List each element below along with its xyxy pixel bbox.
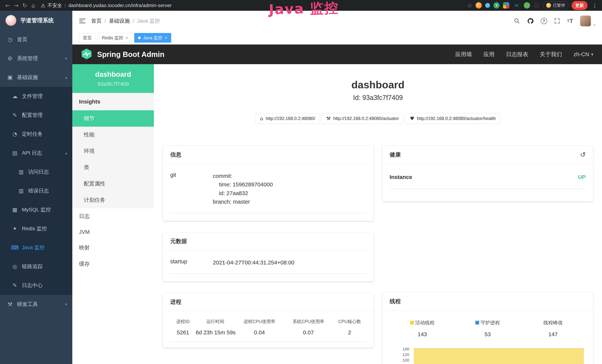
legend-label: 守护进程 [481,320,500,326]
sidebar-item-label: Java 监控 [22,244,45,251]
sidebar-item-files[interactable]: ☁ 文件管理 [0,87,72,106]
reload-icon[interactable]: ↻ [20,2,29,9]
metric-value: 5261 [170,329,196,336]
sba-menu-details[interactable]: 细节 [72,110,154,127]
extension-icon-leaf[interactable] [524,2,530,9]
breadcrumb-infra[interactable]: 基础设施 [109,17,130,24]
sidebar-item-infra[interactable]: ▣ 基础设施 ▴ [0,68,72,87]
avatar-caret-icon[interactable]: ▾ [593,23,595,27]
sba-nav-wallboard[interactable]: 应用墙 [455,51,472,58]
metric-label: 进程CPU使用率 [235,319,284,324]
sba-menu-configprops[interactable]: 配置属性 [72,176,154,192]
sidebar-item-home[interactable]: ◷ 首页 [0,30,72,49]
admin-sidebar: 芋道管理系统 ◷ 首页 ⚙ 系统管理 ▾ ▣ 基础设施 ▴ ☁ 文件管理 ✎ 配… [0,11,72,364]
sidebar-item-error-log[interactable]: ▥ 错误日志 [0,181,72,200]
sidebar-item-label: 研发工具 [17,301,38,308]
sba-menu-jvm[interactable]: JVM [72,225,154,240]
actuator-url-button[interactable]: ⚒ http://192.168.0.2:48080/actuator [322,113,403,124]
sba-nav-journal[interactable]: 日志报表 [506,51,528,58]
breadcrumb-home[interactable]: 首页 [91,17,102,24]
extension-icon-drop[interactable] [485,3,490,8]
process-metrics: 进程ID 5261 运行时间 6d 23h 15m 59s 进程CPU使用率 [170,313,366,342]
health-url-button[interactable]: ♥ http://192.168.0.2:48080/actuator/heal… [405,113,500,124]
paused-badge[interactable]: 已暂停 [543,1,568,9]
tab-home[interactable]: 首页 [79,33,96,43]
extension-icon-dark[interactable] [533,2,540,9]
threads-card: 线程 活动线程 143 [382,292,593,364]
health-card: 健康 ↺ Instance UP [382,146,593,201]
cards-right-column: 健康 ↺ Instance UP [382,146,593,364]
sba-menu-mappings[interactable]: 映射 [72,240,154,256]
sba-menu-metrics[interactable]: 性能 [72,127,154,143]
browser-toolbar-right: ☆ Y on 已暂停 更新 ⋮ [467,1,599,10]
sba-menu-caches[interactable]: 缓存 [72,256,154,272]
sidebar-item-java-monitor[interactable]: ⌨ Java 监控 [0,238,72,257]
sidebar-item-config[interactable]: ✎ 配置管理 [0,106,72,125]
sidebar-item-system[interactable]: ⚙ 系统管理 ▾ [0,49,72,68]
metadata-value: 2021-04-27T00:44:31.254+08:00 [213,258,366,267]
sba-menu-environment[interactable]: 环境 [72,143,154,159]
metadata-key: startup [170,258,213,265]
address-bar[interactable]: ⚠ 不安全 | dashboard.yudao.iocoder.cn/infra… [41,2,467,9]
sidebar-item-devtools[interactable]: ⚒ 研发工具 ▾ [0,295,72,314]
doc-icon: ▥ [17,169,25,175]
search-icon[interactable] [514,18,520,24]
sba-brand[interactable]: Spring Boot Admin [97,50,164,59]
tab-close-icon[interactable]: × [126,35,128,40]
sidebar-item-access-log[interactable]: ▥ 访问日志 [0,162,72,181]
sba-language-select[interactable]: zh-CN ▾ [573,51,593,57]
chrome-update-button[interactable]: 更新 [572,1,588,10]
avatar[interactable] [580,16,591,26]
sidebar-item-log-center[interactable]: ✎ 日志中心 [0,276,72,295]
metric-label: 进程ID [170,319,196,324]
health-row-instance[interactable]: Instance UP [390,166,586,189]
bookmark-star-icon[interactable]: ☆ [467,2,472,9]
sidebar-toggle-icon[interactable] [79,18,86,24]
tab-close-icon[interactable]: × [165,35,167,40]
tab-redis-monitor[interactable]: Redis 监控 × [98,33,132,43]
sidebar-item-mysql[interactable]: ▦ MySQL 监控 [0,200,72,219]
sidebar-item-redis[interactable]: ✦ Redis 监控 [0,219,72,238]
history-icon[interactable]: ↺ [580,151,586,158]
extension-icon-grid[interactable] [503,2,509,9]
trace-icon: ◎ [11,263,19,270]
extension-icon-switch[interactable]: on [513,2,520,9]
sba-nav-about[interactable]: 关于我们 [540,51,562,58]
menu-section-insights: Insights [72,93,154,110]
browser-menu-icon[interactable]: ⋮ [591,2,599,9]
extension-icon-orange[interactable] [475,2,482,9]
health-card-body: Instance UP [382,164,593,189]
sidebar-item-label: MySQL 监控 [22,206,51,213]
health-url-label: http://192.168.0.2:48080/actuator/health [417,116,496,121]
sidebar-item-label: 访问日志 [28,168,49,175]
sleep-face-icon [546,3,551,8]
legend-value: 53 [455,331,520,337]
sba-sidebar: dashboard 93a3fc7f7409 Insights 细节 性能 环境… [72,64,154,364]
sidebar-item-jobs[interactable]: ◔ 定时任务 [0,125,72,143]
back-icon[interactable]: ← [3,2,12,9]
font-size-icon[interactable]: TT [567,18,573,24]
service-url-button[interactable]: ⌂ http://192.168.0.2:48080/ [256,113,320,124]
forward-icon[interactable]: → [12,2,20,9]
sba-menu-logs[interactable]: 日志 [72,208,154,225]
log-icon: ▤ [11,150,19,156]
sba-menu-classes[interactable]: 类 [72,159,154,176]
sba-menu-scheduled-tasks[interactable]: 计划任务 [72,192,154,208]
threads-legend: 活动线程 143 守护进程 [390,313,586,339]
chevron-up-icon: ▴ [65,151,67,155]
metric-label: CPU核心数 [333,319,366,324]
chevron-down-icon: ▾ [591,52,593,57]
help-icon[interactable]: ? [541,18,547,24]
home-icon[interactable]: ⌂ [29,2,37,9]
sidebar-item-label: 系统管理 [17,55,38,62]
legend-swatch-yellow [410,321,414,324]
extension-icon-green-y[interactable]: Y [493,2,500,9]
fullscreen-icon[interactable] [554,18,560,24]
sba-nav-applications[interactable]: 应用 [483,51,494,58]
github-icon[interactable] [527,18,534,24]
sidebar-item-api-log[interactable]: ▤ API 日志 ▴ [0,143,72,162]
tab-java-monitor[interactable]: Java 监控 × [134,33,171,43]
sidebar-logo[interactable]: 芋道管理系统 [0,11,72,30]
process-card-header: 进程 [163,293,374,311]
sidebar-item-trace[interactable]: ◎ 链路追踪 [0,257,72,276]
